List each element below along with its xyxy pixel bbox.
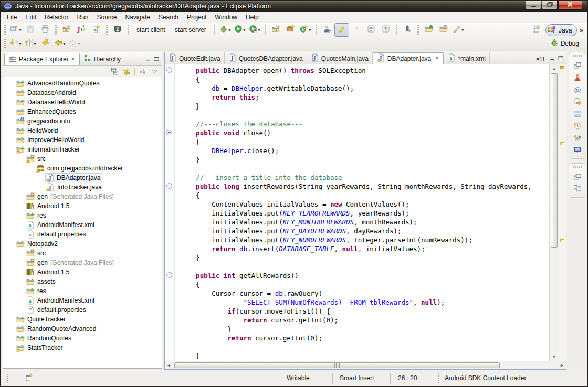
tree-item[interactable]: gregjacobs.info <box>4 116 161 126</box>
code-line[interactable]: db = DBHelper.getWritableDatabase(); <box>180 84 549 93</box>
code-line[interactable]: Cursor cursor = db.rawQuery( <box>180 289 549 298</box>
code-line[interactable]: } <box>180 102 549 111</box>
code-line[interactable]: initialValues.put(KEY_DAYOFREWARDS, dayR… <box>180 227 549 235</box>
fold-collapse-icon[interactable] <box>166 130 172 135</box>
tree-item[interactable]: aDatabaseHelloWorld <box>4 98 161 107</box>
code-line[interactable]: } <box>180 325 549 334</box>
mark-occurrences-toggle[interactable] <box>334 23 349 37</box>
code-line[interactable]: if(cursor.moveToFirst()) { <box>180 307 549 316</box>
menu-refactor[interactable]: Refactor <box>40 13 72 22</box>
perspective-overflow-chevron[interactable]: » <box>579 27 584 34</box>
horizontal-scrollbar[interactable]: ◀ ▶ <box>165 361 566 369</box>
start-client-button[interactable]: start client <box>132 26 170 34</box>
close-tab-icon[interactable] <box>435 56 439 61</box>
new-package-button[interactable] <box>284 23 298 37</box>
start-server-button[interactable]: start server <box>170 26 211 34</box>
code-line[interactable] <box>180 111 549 120</box>
devices-view-button[interactable] <box>571 132 584 144</box>
tree-item[interactable]: Android 1.5 <box>4 201 161 211</box>
close-button[interactable] <box>558 1 582 10</box>
restore-outline-button[interactable] <box>571 170 584 182</box>
menu-run[interactable]: Run <box>72 13 92 22</box>
new-element-button[interactable] <box>349 23 364 37</box>
code-line[interactable] <box>180 342 549 351</box>
save-button[interactable] <box>23 23 38 37</box>
occurrence-marker[interactable] <box>560 66 564 69</box>
fold-collapse-icon[interactable] <box>166 272 172 278</box>
menu-file[interactable]: File <box>3 13 21 22</box>
code-line[interactable]: "SELECT SUM(NumOfRewards) FROM tblReward… <box>180 298 549 307</box>
dropdown-arrow-icon[interactable]: ▾ <box>461 28 464 33</box>
open-perspective-button[interactable] <box>529 24 544 37</box>
outline-view-button[interactable] <box>571 182 584 195</box>
dropdown-arrow-icon[interactable]: ▾ <box>34 41 36 46</box>
code-line[interactable]: return cursor.getInt(0); <box>180 316 549 325</box>
fast-view-bar-icon[interactable] <box>25 373 33 383</box>
tree-item[interactable]: aNotepadv2 <box>4 239 161 249</box>
print-button[interactable] <box>38 23 52 37</box>
editor-tab-dbadapterjava[interactable]: JDBAdapter.java <box>373 52 444 64</box>
code-line[interactable]: } <box>180 253 549 262</box>
view-tab-hierarchy[interactable]: Hierarchy <box>80 53 124 65</box>
code-line[interactable]: initialValues.put(KEY_MONTHOFREWARDS, mo… <box>180 218 549 227</box>
new-class-button[interactable]: C▾ <box>298 23 313 37</box>
run-button[interactable]: ▾ <box>233 23 247 37</box>
dropdown-arrow-icon[interactable]: ▾ <box>78 41 80 46</box>
format-button[interactable]: ▾ <box>451 23 466 37</box>
dropdown-arrow-icon[interactable]: ▾ <box>19 28 21 33</box>
code-line[interactable]: //---insert a title into the database--- <box>180 173 549 182</box>
scroll-left-arrow[interactable]: ◀ <box>165 361 173 369</box>
link-with-editor-button[interactable] <box>121 67 132 77</box>
dropdown-arrow-icon[interactable]: ▾ <box>258 28 260 33</box>
java-perspective-button[interactable]: J Java <box>545 24 577 36</box>
maximize-view-button[interactable] <box>153 55 160 64</box>
code-line[interactable]: public DBAdapter open() throws SQLExcept… <box>180 66 549 75</box>
tree-item[interactable]: default.properties <box>4 305 161 315</box>
editor-tab-mainxml[interactable]: a*main.xml <box>444 52 490 64</box>
code-line[interactable]: { <box>180 280 549 289</box>
tree-item[interactable]: aHelloWorld <box>4 126 161 135</box>
tree-item[interactable]: src <box>4 249 161 258</box>
tree-item[interactable]: JDBAdapter.java <box>4 173 161 182</box>
scroll-up-arrow[interactable]: ▲ <box>550 64 559 72</box>
scroll-right-arrow[interactable]: ▶ <box>558 361 566 369</box>
fold-collapse-icon[interactable] <box>166 183 172 189</box>
tree-item[interactable]: aDatabaseAndroid <box>4 88 161 98</box>
tree-item[interactable]: aStatsTracker <box>4 343 161 352</box>
tree-item[interactable]: aImprovedHelloWorld <box>4 135 161 145</box>
view-menu-arrow[interactable] <box>149 67 160 77</box>
minimize-button[interactable] <box>526 1 541 10</box>
toolbar-drag-handle[interactable] <box>265 25 266 35</box>
dropdown-arrow-icon[interactable]: ▾ <box>228 28 230 33</box>
view-tab-package-explorer[interactable]: Package Explorer <box>4 53 80 65</box>
tree-item[interactable]: default.properties <box>4 230 161 239</box>
dropdown-arrow-icon[interactable]: ▾ <box>309 28 311 33</box>
code-line[interactable]: public void close() <box>180 128 549 137</box>
vertical-scroll-thumb[interactable] <box>551 73 558 248</box>
previous-annotation-button[interactable]: ▾ <box>23 37 38 50</box>
occurrence-marker[interactable] <box>560 142 564 145</box>
tree-item[interactable]: aEnhancedQuotes <box>4 107 161 116</box>
open-task-button[interactable]: C <box>320 23 334 37</box>
tree-item[interactable]: aInformationTracker <box>4 145 161 154</box>
close-view-icon[interactable] <box>71 56 76 63</box>
code-area[interactable]: public DBAdapter open() throws SQLExcept… <box>175 64 549 361</box>
new-junit-test-button[interactable]: JU <box>74 23 89 37</box>
code-line[interactable]: ContentValues initialValues = new Conten… <box>180 200 549 209</box>
restore-minimized-views-button[interactable] <box>571 59 584 71</box>
toolbar-drag-handle[interactable] <box>417 25 419 35</box>
declaration-view-button[interactable] <box>571 95 584 108</box>
tree-item[interactable]: gen[Generated Java Files] <box>4 258 161 267</box>
menu-navigate[interactable]: Navigate <box>121 13 154 22</box>
tree-item[interactable]: ares <box>4 211 161 220</box>
tree-item[interactable]: JInfoTracker.java <box>4 182 161 192</box>
toolbar-drag-handle[interactable] <box>4 39 6 48</box>
dropdown-arrow-icon[interactable]: ▾ <box>243 28 245 33</box>
debug-button[interactable]: ▾ <box>218 23 233 37</box>
restore-button[interactable] <box>542 1 558 10</box>
toolbar-drag-handle[interactable] <box>106 25 108 35</box>
maximize-editor-button[interactable] <box>558 54 564 63</box>
android-sdk-manager-button[interactable] <box>110 23 125 37</box>
tree-item[interactable]: aAdvancedRandomQuotes <box>4 79 161 88</box>
code-line[interactable]: } <box>180 351 549 360</box>
